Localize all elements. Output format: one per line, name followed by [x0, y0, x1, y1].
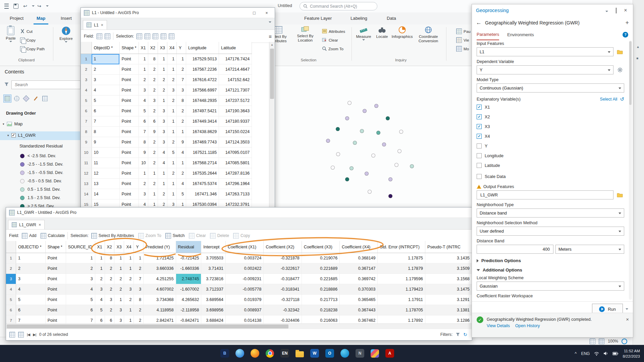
table-cell[interactable]: 0.367462	[340, 315, 378, 324]
taskbar-app-start[interactable]	[205, 349, 214, 358]
table-cell[interactable]: 6	[92, 106, 119, 116]
table-cell[interactable]: 1	[95, 263, 105, 274]
table-cell[interactable]: 3	[177, 85, 186, 96]
reset-icon[interactable]: ↺	[620, 96, 624, 102]
table-cell[interactable]: 1.721425	[144, 253, 176, 263]
table-cell[interactable]: 167449.3414	[186, 116, 219, 127]
table-cell[interactable]: 4	[92, 85, 119, 96]
column-header[interactable]: Intercept	[201, 241, 226, 253]
list-by-drawing-order-icon[interactable]	[3, 95, 11, 103]
switch-selection-button[interactable]: Switch	[165, 233, 185, 239]
checkbox[interactable]: ✓	[477, 124, 482, 129]
table-cell[interactable]: 2	[177, 116, 186, 127]
table-cell[interactable]: 3	[139, 189, 148, 199]
tree-item-map[interactable]: ▾ Map	[3, 121, 22, 126]
taskbar-app-outlook[interactable]: O	[325, 349, 334, 358]
table-cell[interactable]: 0.221689	[302, 263, 339, 274]
table-cell[interactable]: Point	[45, 295, 66, 305]
table-cell[interactable]: 2	[167, 75, 176, 85]
table-cell[interactable]: 3	[114, 305, 124, 315]
table-cell[interactable]: Point	[119, 199, 139, 208]
table-cell[interactable]: 1	[148, 199, 158, 208]
table-cell[interactable]: 3	[158, 127, 167, 137]
table-cell[interactable]: 10	[92, 147, 119, 158]
table-cell[interactable]: 167438.8629	[186, 127, 219, 137]
table-cell[interactable]: 6	[105, 315, 114, 324]
table-cell[interactable]: 1	[148, 168, 158, 179]
more-button[interactable]: Mo	[456, 45, 469, 52]
table-cell[interactable]: 0.216063	[302, 315, 339, 324]
table-cell[interactable]: 4	[66, 284, 95, 295]
table-cell[interactable]: 7	[66, 315, 95, 324]
table-cell[interactable]: 3.1475	[425, 284, 472, 295]
column-header[interactable]: Residual	[176, 241, 201, 253]
table-cell[interactable]: 2	[105, 284, 114, 295]
table-cell[interactable]: 0.219076	[302, 253, 339, 263]
network-icon[interactable]	[594, 352, 599, 356]
table-cell[interactable]: -0.009231	[225, 274, 263, 284]
coordinate-conversion-button[interactable]: Coordinate Conversion	[415, 26, 442, 43]
tab-map[interactable]: Map	[34, 13, 48, 24]
delete-selection-icon[interactable]	[169, 34, 174, 39]
table-cell[interactable]: 1	[124, 253, 134, 263]
table-cell[interactable]: 1	[158, 64, 167, 75]
table-cell[interactable]: 0.365465	[340, 295, 378, 305]
table-cell[interactable]: 1	[124, 305, 134, 315]
gwr-view-tab[interactable]: L1_GWR ×	[8, 220, 45, 229]
table-cell[interactable]: 0.218886	[302, 284, 339, 295]
table-cell[interactable]: 4	[158, 158, 167, 168]
table-cell[interactable]: Point	[119, 96, 139, 106]
table-cell[interactable]: 3	[158, 137, 167, 147]
map-grid-icon[interactable]	[590, 339, 595, 344]
table-cell[interactable]: 167448.2935	[186, 96, 219, 106]
table-cell[interactable]: 1	[114, 295, 124, 305]
table-cell[interactable]: 2	[177, 64, 186, 75]
table-cell[interactable]: 4.251255	[144, 274, 176, 284]
form-view-icon[interactable]	[18, 332, 24, 338]
table-cell[interactable]: 4	[158, 147, 167, 158]
paste-button[interactable]: Paste	[3, 26, 19, 42]
table-cell[interactable]: Point	[119, 106, 139, 116]
checkbox[interactable]	[477, 163, 482, 168]
table-cell[interactable]: 1	[148, 189, 158, 199]
row-selector[interactable]: 6	[6, 305, 16, 315]
table-cell[interactable]: Point	[119, 64, 139, 75]
table-cell[interactable]: 3	[158, 106, 167, 116]
table-cell[interactable]: 3.1381	[425, 305, 472, 315]
table-cell[interactable]: 8	[148, 54, 158, 64]
table-cell[interactable]: Point	[45, 274, 66, 284]
copy-path-button[interactable]: Copy Path	[20, 45, 45, 52]
tab-insert[interactable]: Insert	[58, 13, 75, 23]
table-cell[interactable]: 3.698956	[201, 305, 226, 315]
tab-project[interactable]: Project	[7, 13, 26, 23]
table-cell[interactable]: Point	[119, 85, 139, 96]
table-cell[interactable]: 1	[114, 263, 124, 274]
table-cell[interactable]: 3	[16, 274, 46, 284]
table-cell[interactable]: 2	[105, 305, 114, 315]
row-header-corner[interactable]	[6, 241, 16, 253]
taskbar-app-word[interactable]: W	[310, 349, 319, 358]
table-cell[interactable]: 2	[158, 85, 167, 96]
table-cell[interactable]: 1	[66, 253, 95, 263]
table-cell[interactable]: 147237.5172	[219, 96, 252, 106]
local-weighting-scheme-combo[interactable]: Gaussian	[477, 282, 624, 291]
table-cell[interactable]: 1	[158, 168, 167, 179]
table-cell[interactable]: 7	[134, 274, 144, 284]
column-header[interactable]: Coefficient (X1)	[225, 241, 263, 253]
table-cell[interactable]: 2	[148, 158, 158, 168]
tab-feature-layer[interactable]: Feature Layer	[301, 13, 335, 23]
calculate-field-button[interactable]: Calculate	[41, 233, 65, 239]
table-cell[interactable]: 1	[92, 54, 119, 64]
table-cell[interactable]: 3	[139, 85, 148, 96]
table-cell[interactable]: 2	[177, 106, 186, 116]
table-cell[interactable]: 1.17875	[378, 253, 425, 263]
table-cell[interactable]: Point	[45, 263, 66, 274]
table-cell[interactable]: 5	[66, 295, 95, 305]
zoom-to-selection-icon[interactable]	[145, 34, 150, 39]
row-selector[interactable]: 9	[81, 137, 92, 147]
table-cell[interactable]: 2	[148, 106, 158, 116]
table-cell[interactable]: 3	[92, 75, 119, 85]
table-cell[interactable]: 1	[167, 106, 176, 116]
sync-icon[interactable]	[622, 339, 627, 344]
table-cell[interactable]: 147287.8136	[219, 168, 252, 179]
